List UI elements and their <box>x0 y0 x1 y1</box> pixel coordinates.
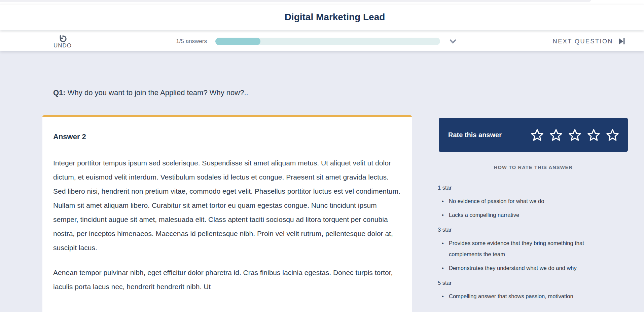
rating-guide: 1 star No evidence of passion for what w… <box>438 180 633 308</box>
progress-bar <box>215 38 440 45</box>
rating-bullet-list: Compelling answer that shows passion, mo… <box>438 291 633 302</box>
rating-bullet: Compelling answer that shows passion, mo… <box>438 291 594 302</box>
skip-forward-icon <box>618 37 626 45</box>
rating-guide-title: HOW TO RATE THIS ANSWER <box>439 165 628 170</box>
star-icon[interactable] <box>568 128 581 142</box>
undo-label: UNDO <box>53 42 72 49</box>
star-icon[interactable] <box>531 128 544 142</box>
rating-section-label: 3 star <box>438 227 633 233</box>
undo-button[interactable]: UNDO <box>48 33 77 50</box>
question-body: Why do you want to join the Applied team… <box>68 88 248 97</box>
rating-bullet: No evidence of passion for what we do <box>438 196 594 207</box>
question-text: Q1: Why do you want to join the Applied … <box>53 88 248 97</box>
star-icon[interactable] <box>587 128 600 142</box>
next-question-label: NEXT QUESTION <box>553 38 613 45</box>
star-rating-control <box>531 128 619 142</box>
progress-bar-fill <box>215 38 260 45</box>
rating-bullet-list: No evidence of passion for what we do La… <box>438 196 633 221</box>
rating-section-label: 5 star <box>438 280 633 286</box>
rating-bullet: Lacks a compelling narrative <box>438 209 594 221</box>
browser-tab-edge <box>0 0 591 2</box>
answer-card: Answer 2 Integer porttitor tempus ipsum … <box>42 115 412 312</box>
toolbar: UNDO 1/5 answers NEXT QUESTION <box>0 32 644 51</box>
rating-bullet: Demonstrates they understand what we do … <box>438 263 594 274</box>
answer-paragraph: Integer porttitor tempus ipsum sed scele… <box>53 156 401 255</box>
star-icon[interactable] <box>606 128 619 142</box>
rating-bullet-list: Provides some evidence that they bring s… <box>438 238 633 274</box>
page-title: Digital Marketing Lead <box>285 12 385 23</box>
answer-paragraph: Aenean tempor pulvinar nibh, eget effici… <box>53 266 401 294</box>
header: Digital Marketing Lead <box>0 4 644 30</box>
question-number: Q1: <box>53 88 66 97</box>
main-content: Q1: Why do you want to join the Applied … <box>0 51 644 312</box>
answer-title: Answer 2 <box>53 132 401 141</box>
expand-progress-button[interactable] <box>443 35 462 47</box>
undo-icon <box>59 35 67 43</box>
rate-answer-title: Rate this answer <box>448 131 531 139</box>
progress-count-label: 1/5 answers <box>141 32 207 51</box>
star-icon[interactable] <box>549 128 563 142</box>
rate-answer-panel: Rate this answer <box>439 118 628 152</box>
rating-bullet: Provides some evidence that they bring s… <box>438 238 594 260</box>
rating-section-label: 1 star <box>438 185 633 191</box>
next-question-button[interactable]: NEXT QUESTION <box>553 32 626 51</box>
chevron-down-icon <box>446 36 460 46</box>
